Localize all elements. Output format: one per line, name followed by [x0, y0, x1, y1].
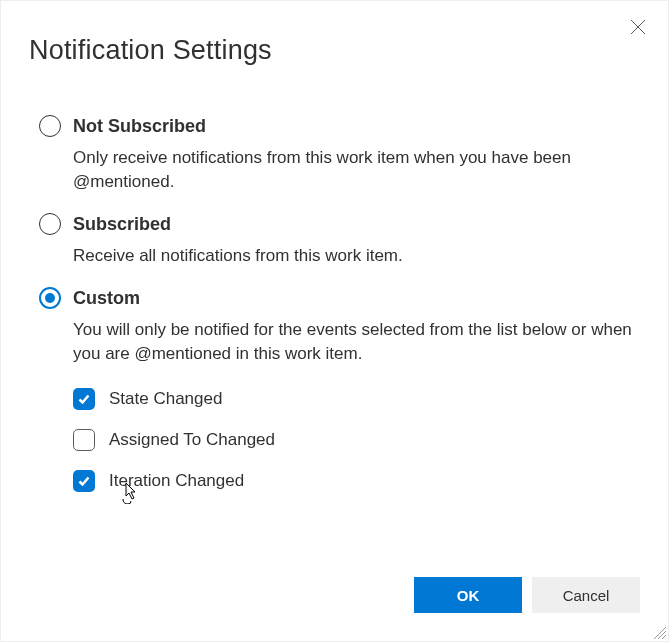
- option-desc: You will only be notified for the events…: [73, 318, 640, 366]
- svg-line-3: [658, 631, 666, 639]
- event-iteration-changed[interactable]: Iteration Changed: [73, 470, 640, 492]
- option-custom[interactable]: Custom You will only be notified for the…: [39, 286, 640, 511]
- radio-subscribed[interactable]: [39, 213, 61, 235]
- option-label: Subscribed: [73, 212, 640, 236]
- option-subscribed[interactable]: Subscribed Receive all notifications fro…: [39, 212, 640, 268]
- checkbox-iteration-changed[interactable]: [73, 470, 95, 492]
- close-icon: [630, 19, 646, 35]
- dialog-title: Notification Settings: [29, 35, 640, 66]
- check-icon: [77, 392, 91, 406]
- event-label: Assigned To Changed: [109, 430, 275, 450]
- svg-line-4: [662, 635, 666, 639]
- event-label: State Changed: [109, 389, 222, 409]
- custom-events-group: State Changed Assigned To Changed Iterat…: [73, 388, 640, 492]
- check-icon: [77, 474, 91, 488]
- dialog-footer: OK Cancel: [414, 577, 640, 613]
- event-assigned-to-changed[interactable]: Assigned To Changed: [73, 429, 640, 451]
- option-desc: Receive all notifications from this work…: [73, 244, 640, 268]
- event-label: Iteration Changed: [109, 471, 244, 491]
- event-state-changed[interactable]: State Changed: [73, 388, 640, 410]
- checkbox-assigned-to-changed[interactable]: [73, 429, 95, 451]
- close-button[interactable]: [626, 15, 650, 39]
- resize-grip-icon[interactable]: [650, 623, 666, 639]
- option-label: Custom: [73, 286, 640, 310]
- cancel-button[interactable]: Cancel: [532, 577, 640, 613]
- ok-button[interactable]: OK: [414, 577, 522, 613]
- notification-settings-dialog: Notification Settings Not Subscribed Onl…: [0, 0, 669, 642]
- radio-custom[interactable]: [39, 287, 61, 309]
- option-desc: Only receive notifications from this wor…: [73, 146, 640, 194]
- options-group: Not Subscribed Only receive notification…: [29, 114, 640, 511]
- checkbox-state-changed[interactable]: [73, 388, 95, 410]
- option-not-subscribed[interactable]: Not Subscribed Only receive notification…: [39, 114, 640, 194]
- option-label: Not Subscribed: [73, 114, 640, 138]
- radio-not-subscribed[interactable]: [39, 115, 61, 137]
